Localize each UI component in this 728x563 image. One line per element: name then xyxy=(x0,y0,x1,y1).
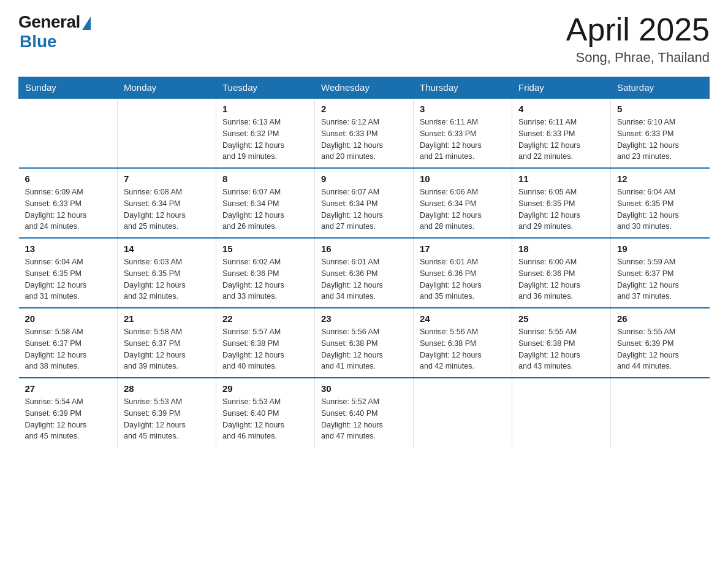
calendar-day-4: 4Sunrise: 6:11 AMSunset: 6:33 PMDaylight… xyxy=(512,98,611,168)
day-info: Sunrise: 5:58 AMSunset: 6:37 PMDaylight:… xyxy=(25,326,112,372)
day-info: Sunrise: 5:52 AMSunset: 6:40 PMDaylight:… xyxy=(321,396,407,442)
calendar-day-28: 28Sunrise: 5:53 AMSunset: 6:39 PMDayligh… xyxy=(118,378,216,447)
calendar-body: 1Sunrise: 6:13 AMSunset: 6:32 PMDaylight… xyxy=(19,98,710,447)
day-number: 19 xyxy=(617,243,703,254)
day-info: Sunrise: 6:07 AMSunset: 6:34 PMDaylight:… xyxy=(222,186,308,232)
calendar-week-2: 6Sunrise: 6:09 AMSunset: 6:33 PMDaylight… xyxy=(19,168,710,238)
logo-triangle-icon xyxy=(82,17,91,30)
day-info: Sunrise: 6:04 AMSunset: 6:35 PMDaylight:… xyxy=(617,186,703,232)
day-number: 15 xyxy=(222,243,308,254)
location-text: Song, Phrae, Thailand xyxy=(566,50,710,66)
calendar-day-23: 23Sunrise: 5:56 AMSunset: 6:38 PMDayligh… xyxy=(315,308,414,378)
calendar-day-20: 20Sunrise: 5:58 AMSunset: 6:37 PMDayligh… xyxy=(19,308,118,378)
day-info: Sunrise: 6:01 AMSunset: 6:36 PMDaylight:… xyxy=(420,256,506,302)
day-info: Sunrise: 6:11 AMSunset: 6:33 PMDaylight:… xyxy=(420,117,506,163)
day-number: 7 xyxy=(124,174,210,184)
day-number: 20 xyxy=(25,313,112,324)
day-number: 1 xyxy=(222,104,308,114)
calendar-day-3: 3Sunrise: 6:11 AMSunset: 6:33 PMDaylight… xyxy=(414,98,512,168)
day-info: Sunrise: 5:56 AMSunset: 6:38 PMDaylight:… xyxy=(321,326,407,372)
header-day-tuesday: Tuesday xyxy=(216,77,315,99)
day-number: 21 xyxy=(124,313,210,324)
header-day-wednesday: Wednesday xyxy=(315,77,414,99)
day-number: 5 xyxy=(617,104,703,114)
header-day-saturday: Saturday xyxy=(611,77,710,99)
day-number: 13 xyxy=(25,243,112,254)
calendar-day-5: 5Sunrise: 6:10 AMSunset: 6:33 PMDaylight… xyxy=(611,98,710,168)
page-header: General Blue April 2025 Song, Phrae, Tha… xyxy=(18,12,710,66)
day-info: Sunrise: 6:00 AMSunset: 6:36 PMDaylight:… xyxy=(518,256,604,302)
title-area: April 2025 Song, Phrae, Thailand xyxy=(566,12,710,66)
day-info: Sunrise: 6:07 AMSunset: 6:34 PMDaylight:… xyxy=(321,186,407,232)
calendar-day-25: 25Sunrise: 5:55 AMSunset: 6:38 PMDayligh… xyxy=(512,308,611,378)
day-number: 11 xyxy=(518,174,604,184)
calendar-day-10: 10Sunrise: 6:06 AMSunset: 6:34 PMDayligh… xyxy=(414,168,512,238)
calendar-day-17: 17Sunrise: 6:01 AMSunset: 6:36 PMDayligh… xyxy=(414,238,512,308)
day-info: Sunrise: 6:05 AMSunset: 6:35 PMDaylight:… xyxy=(518,186,604,232)
day-info: Sunrise: 6:10 AMSunset: 6:33 PMDaylight:… xyxy=(617,117,703,163)
day-info: Sunrise: 6:09 AMSunset: 6:33 PMDaylight:… xyxy=(25,186,112,232)
day-number: 28 xyxy=(124,383,210,394)
calendar-day-22: 22Sunrise: 5:57 AMSunset: 6:38 PMDayligh… xyxy=(216,308,315,378)
calendar-day-26: 26Sunrise: 5:55 AMSunset: 6:39 PMDayligh… xyxy=(611,308,710,378)
day-number: 26 xyxy=(617,313,703,324)
logo-general-text: General xyxy=(18,12,80,32)
day-number: 12 xyxy=(617,174,703,184)
calendar-week-3: 13Sunrise: 6:04 AMSunset: 6:35 PMDayligh… xyxy=(19,238,710,308)
day-info: Sunrise: 6:08 AMSunset: 6:34 PMDaylight:… xyxy=(124,186,210,232)
day-number: 25 xyxy=(518,313,604,324)
calendar-day-21: 21Sunrise: 5:58 AMSunset: 6:37 PMDayligh… xyxy=(118,308,216,378)
day-number: 27 xyxy=(25,383,112,394)
day-number: 16 xyxy=(321,243,407,254)
day-number: 24 xyxy=(420,313,506,324)
day-info: Sunrise: 5:58 AMSunset: 6:37 PMDaylight:… xyxy=(124,326,210,372)
day-number: 23 xyxy=(321,313,407,324)
logo-blue-text: Blue xyxy=(20,32,57,52)
calendar-day-13: 13Sunrise: 6:04 AMSunset: 6:35 PMDayligh… xyxy=(19,238,118,308)
calendar-day-16: 16Sunrise: 6:01 AMSunset: 6:36 PMDayligh… xyxy=(315,238,414,308)
empty-cell xyxy=(512,378,611,447)
day-number: 9 xyxy=(321,174,407,184)
day-info: Sunrise: 6:11 AMSunset: 6:33 PMDaylight:… xyxy=(518,117,604,163)
day-number: 18 xyxy=(518,243,604,254)
calendar-week-4: 20Sunrise: 5:58 AMSunset: 6:37 PMDayligh… xyxy=(19,308,710,378)
day-number: 2 xyxy=(321,104,407,114)
day-number: 8 xyxy=(222,174,308,184)
day-info: Sunrise: 5:59 AMSunset: 6:37 PMDaylight:… xyxy=(617,256,703,302)
empty-cell xyxy=(118,98,216,168)
calendar-day-11: 11Sunrise: 6:05 AMSunset: 6:35 PMDayligh… xyxy=(512,168,611,238)
day-info: Sunrise: 5:57 AMSunset: 6:38 PMDaylight:… xyxy=(222,326,308,372)
calendar-day-24: 24Sunrise: 5:56 AMSunset: 6:38 PMDayligh… xyxy=(414,308,512,378)
day-info: Sunrise: 5:53 AMSunset: 6:39 PMDaylight:… xyxy=(124,396,210,442)
day-info: Sunrise: 5:55 AMSunset: 6:39 PMDaylight:… xyxy=(617,326,703,372)
calendar-day-9: 9Sunrise: 6:07 AMSunset: 6:34 PMDaylight… xyxy=(315,168,414,238)
day-number: 10 xyxy=(420,174,506,184)
day-info: Sunrise: 6:13 AMSunset: 6:32 PMDaylight:… xyxy=(222,117,308,163)
calendar-day-8: 8Sunrise: 6:07 AMSunset: 6:34 PMDaylight… xyxy=(216,168,315,238)
day-info: Sunrise: 6:12 AMSunset: 6:33 PMDaylight:… xyxy=(321,117,407,163)
calendar-day-12: 12Sunrise: 6:04 AMSunset: 6:35 PMDayligh… xyxy=(611,168,710,238)
calendar-day-27: 27Sunrise: 5:54 AMSunset: 6:39 PMDayligh… xyxy=(19,378,118,447)
calendar-day-6: 6Sunrise: 6:09 AMSunset: 6:33 PMDaylight… xyxy=(19,168,118,238)
calendar-header: SundayMondayTuesdayWednesdayThursdayFrid… xyxy=(19,77,710,99)
empty-cell xyxy=(414,378,512,447)
day-info: Sunrise: 6:06 AMSunset: 6:34 PMDaylight:… xyxy=(420,186,506,232)
calendar-day-15: 15Sunrise: 6:02 AMSunset: 6:36 PMDayligh… xyxy=(216,238,315,308)
calendar-day-29: 29Sunrise: 5:53 AMSunset: 6:40 PMDayligh… xyxy=(216,378,315,447)
calendar-week-1: 1Sunrise: 6:13 AMSunset: 6:32 PMDaylight… xyxy=(19,98,710,168)
day-info: Sunrise: 6:03 AMSunset: 6:35 PMDaylight:… xyxy=(124,256,210,302)
calendar-day-14: 14Sunrise: 6:03 AMSunset: 6:35 PMDayligh… xyxy=(118,238,216,308)
day-number: 6 xyxy=(25,174,112,184)
day-info: Sunrise: 5:56 AMSunset: 6:38 PMDaylight:… xyxy=(420,326,506,372)
header-row: SundayMondayTuesdayWednesdayThursdayFrid… xyxy=(19,77,710,99)
day-info: Sunrise: 6:04 AMSunset: 6:35 PMDaylight:… xyxy=(25,256,112,302)
calendar-day-18: 18Sunrise: 6:00 AMSunset: 6:36 PMDayligh… xyxy=(512,238,611,308)
day-info: Sunrise: 5:54 AMSunset: 6:39 PMDaylight:… xyxy=(25,396,112,442)
empty-cell xyxy=(19,98,118,168)
calendar-day-30: 30Sunrise: 5:52 AMSunset: 6:40 PMDayligh… xyxy=(315,378,414,447)
calendar-day-2: 2Sunrise: 6:12 AMSunset: 6:33 PMDaylight… xyxy=(315,98,414,168)
day-number: 3 xyxy=(420,104,506,114)
day-info: Sunrise: 6:01 AMSunset: 6:36 PMDaylight:… xyxy=(321,256,407,302)
calendar-table: SundayMondayTuesdayWednesdayThursdayFrid… xyxy=(18,77,710,447)
day-number: 14 xyxy=(124,243,210,254)
